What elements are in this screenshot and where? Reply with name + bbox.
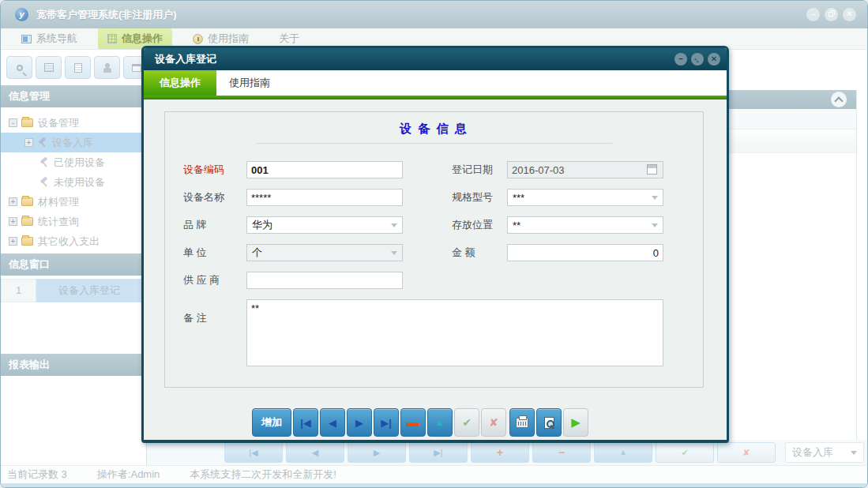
document-button[interactable] bbox=[65, 56, 91, 79]
device-code-input[interactable] bbox=[246, 161, 403, 178]
cross-icon: ✘ bbox=[489, 416, 498, 429]
nav-prev-button[interactable]: ◀ bbox=[320, 408, 345, 437]
minimize-button[interactable]: – bbox=[806, 8, 820, 21]
folder-icon bbox=[21, 118, 33, 127]
expand-icon[interactable]: + bbox=[9, 197, 17, 206]
tab-label: 使用指南 bbox=[208, 32, 249, 46]
brand-select[interactable]: 华为 bbox=[246, 216, 403, 234]
chevron-down-icon bbox=[652, 196, 658, 200]
collapse-icon[interactable]: - bbox=[9, 118, 17, 127]
edit-button[interactable]: ▲ bbox=[427, 408, 453, 437]
tree-item-used-devices[interactable]: 已使用设备 bbox=[1, 152, 147, 172]
unit-select[interactable]: 个 bbox=[246, 244, 403, 261]
supplier-input[interactable] bbox=[246, 272, 403, 289]
device-name-label: 设备名称 bbox=[183, 189, 224, 206]
dialog-body: 设 备 信 息 设备编码 登记日期 设备名称 规格型号 *** 品 牌 bbox=[144, 99, 727, 441]
amount-label: 金 额 bbox=[452, 244, 475, 261]
info-window-row[interactable]: 1 设备入库登记 bbox=[1, 279, 147, 302]
edit-record-button[interactable]: ▲ bbox=[594, 442, 652, 463]
combo-value: ** bbox=[513, 220, 520, 231]
tree-item-other-income[interactable]: + 其它收入支出 bbox=[1, 231, 147, 251]
tab-label: 信息操作 bbox=[122, 32, 163, 46]
combo-value: *** bbox=[513, 192, 524, 204]
grid-icon bbox=[107, 34, 117, 43]
search-icon bbox=[17, 65, 23, 71]
expand-icon[interactable]: + bbox=[24, 138, 33, 147]
dialog-maximize-button[interactable]: ↔ bbox=[691, 53, 704, 66]
tab-system-nav[interactable]: 系统导航 bbox=[12, 28, 87, 49]
tool-icon bbox=[37, 137, 47, 148]
tree-item-label: 未使用设备 bbox=[54, 175, 105, 190]
combo-value: 华为 bbox=[252, 218, 272, 232]
dialog-tab-guide[interactable]: 使用指南 bbox=[216, 70, 283, 96]
tree-item-stats-query[interactable]: + 统计查询 bbox=[1, 212, 147, 231]
search-button[interactable] bbox=[6, 56, 32, 79]
reg-date-input[interactable] bbox=[507, 161, 663, 178]
table-select-dropdown[interactable]: 设备入库 bbox=[785, 442, 864, 463]
close-button[interactable]: ✕ bbox=[843, 8, 856, 21]
tree-item-material-mgmt[interactable]: + 材料管理 bbox=[1, 192, 147, 212]
nav-first-button[interactable]: |◀ bbox=[293, 408, 318, 437]
user-button[interactable] bbox=[94, 56, 120, 79]
add-button[interactable]: 增加 bbox=[252, 408, 291, 437]
dialog-title: 设备入库登记 bbox=[155, 52, 216, 66]
restore-button[interactable] bbox=[825, 8, 838, 21]
spec-model-label: 规格型号 bbox=[452, 189, 493, 206]
device-name-input[interactable] bbox=[246, 189, 403, 206]
nav-first-button[interactable]: |◀ bbox=[224, 442, 283, 463]
status-bar: 当前记录数 3 操作者:Admin 本系统支持二次开发和全新开发! bbox=[1, 465, 867, 483]
report-icon bbox=[44, 63, 54, 72]
nav-next-button[interactable]: ▶ bbox=[347, 408, 372, 437]
reg-date-label: 登记日期 bbox=[452, 161, 493, 178]
printer-icon bbox=[516, 418, 528, 428]
report-button[interactable] bbox=[36, 56, 62, 79]
dialog-tab-bar: 信息操作 使用指南 bbox=[144, 70, 727, 96]
preview-button[interactable] bbox=[536, 408, 562, 437]
amount-input[interactable] bbox=[507, 244, 663, 261]
location-label: 存放位置 bbox=[452, 216, 493, 234]
dropdown-value: 设备入库 bbox=[792, 445, 833, 460]
operator-label: 操作者:Admin bbox=[97, 467, 160, 482]
last-icon: ▶| bbox=[381, 417, 392, 429]
title-divider bbox=[257, 143, 612, 144]
delete-record-button[interactable]: − bbox=[532, 442, 591, 463]
dialog-close-button[interactable]: ✕ bbox=[708, 53, 720, 66]
calendar-icon[interactable] bbox=[647, 164, 657, 175]
expand-icon[interactable]: + bbox=[9, 237, 17, 246]
window-titlebar: y 宽带客户管理系统(非注册用户) – ✕ bbox=[1, 1, 867, 28]
dialog-minimize-button[interactable]: – bbox=[674, 53, 687, 66]
remark-textarea[interactable]: ** bbox=[246, 299, 663, 366]
add-record-button[interactable]: + bbox=[471, 442, 529, 463]
confirm-record-button[interactable]: ✔ bbox=[656, 442, 714, 463]
remark-label: 备 注 bbox=[183, 310, 207, 327]
next-icon: ▶ bbox=[355, 417, 363, 429]
tree-item-device-in[interactable]: + 设备入库 bbox=[1, 133, 147, 152]
first-icon: |◀ bbox=[300, 417, 311, 429]
spec-model-select[interactable]: *** bbox=[507, 189, 663, 206]
delete-button[interactable]: ▬ bbox=[400, 408, 426, 437]
dialog-tab-info-ops[interactable]: 信息操作 bbox=[144, 70, 216, 96]
confirm-button[interactable]: ✔ bbox=[454, 408, 479, 437]
tree-item-device-mgmt[interactable]: - 设备管理 bbox=[1, 113, 147, 133]
tree-item-unused-devices[interactable]: 未使用设备 bbox=[1, 172, 147, 192]
cancel-record-button[interactable]: ✘ bbox=[717, 442, 776, 463]
nav-prev-button[interactable]: ◀ bbox=[286, 442, 344, 463]
brand-label: 品 牌 bbox=[183, 216, 207, 234]
collapse-panel-button[interactable] bbox=[831, 92, 847, 107]
row-label: 设备入库登记 bbox=[36, 279, 147, 302]
device-code-label: 设备编码 bbox=[183, 161, 224, 178]
nav-next-button[interactable]: ▶ bbox=[348, 442, 406, 463]
chevron-down-icon bbox=[391, 251, 397, 255]
app-logo-icon: y bbox=[15, 8, 28, 21]
print-button[interactable] bbox=[509, 408, 535, 437]
folder-icon bbox=[21, 217, 33, 226]
expand-icon[interactable]: + bbox=[9, 217, 17, 226]
nav-last-button[interactable]: ▶| bbox=[374, 408, 399, 437]
scrollbar[interactable] bbox=[856, 90, 866, 441]
location-select[interactable]: ** bbox=[507, 216, 663, 234]
window-icon bbox=[132, 64, 141, 72]
window-title: 宽带客户管理系统(非注册用户) bbox=[36, 8, 177, 22]
cancel-button[interactable]: ✘ bbox=[481, 408, 506, 437]
run-button[interactable]: ▶ bbox=[563, 408, 588, 437]
nav-last-button[interactable]: ▶| bbox=[409, 442, 468, 463]
